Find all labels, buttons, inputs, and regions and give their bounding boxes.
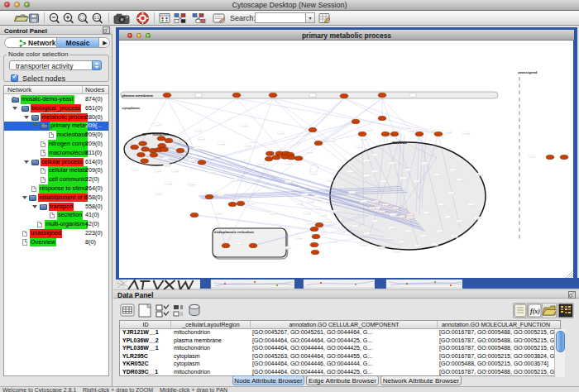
svg-text:(1 of 1): (1 of 1) <box>189 160 196 162</box>
svg-text:(1 of 1): (1 of 1) <box>132 169 139 171</box>
svg-text:endoplasmic reticulum: endoplasmic reticulum <box>214 230 254 234</box>
svg-text:(1 of 1): (1 of 1) <box>251 141 258 143</box>
svg-text:(1 of 1): (1 of 1) <box>353 226 360 228</box>
svg-text:(1 of 1): (1 of 1) <box>451 170 457 172</box>
svg-text:(1 of 1): (1 of 1) <box>380 247 386 250</box>
svg-text:plasma membrane: plasma membrane <box>122 93 154 98</box>
svg-text:(1 of 1): (1 of 1) <box>401 178 408 180</box>
svg-text:(1 of 1): (1 of 1) <box>452 236 459 238</box>
svg-text:(1 of 1): (1 of 1) <box>416 246 423 248</box>
svg-text:(1 of 1): (1 of 1) <box>356 146 363 149</box>
svg-text:(1 of 1): (1 of 1) <box>469 204 476 207</box>
svg-text:(1 of 1): (1 of 1) <box>315 196 322 198</box>
svg-text:(1 of 1): (1 of 1) <box>165 165 171 167</box>
svg-text:(1 of 1): (1 of 1) <box>216 213 223 215</box>
svg-text:(1 of 1): (1 of 1) <box>285 247 292 250</box>
svg-text:(1 of 1): (1 of 1) <box>361 138 368 141</box>
svg-text:(1 of 1): (1 of 1) <box>365 160 371 163</box>
svg-text:(1 of 1): (1 of 1) <box>259 163 266 165</box>
svg-text:(1 of 1): (1 of 1) <box>433 244 439 246</box>
svg-text:(1 of 1): (1 of 1) <box>406 231 413 233</box>
svg-text:(1 of 1): (1 of 1) <box>373 171 380 174</box>
svg-text:(1 of 1): (1 of 1) <box>361 201 368 203</box>
svg-text:(1 of 1): (1 of 1) <box>390 163 396 165</box>
svg-text:(1 of 1): (1 of 1) <box>286 163 293 165</box>
svg-text:(1 of 1): (1 of 1) <box>350 192 356 194</box>
svg-text:(1 of 1): (1 of 1) <box>438 231 444 233</box>
svg-text:(1 of 1): (1 of 1) <box>303 194 309 197</box>
svg-text:(1 of 1): (1 of 1) <box>446 131 452 134</box>
svg-text:(2 of 2): (2 of 2) <box>370 208 376 210</box>
svg-text:(1 of 1): (1 of 1) <box>476 218 482 220</box>
svg-text:(1 of 1): (1 of 1) <box>326 221 333 223</box>
svg-text:(1 of 1): (1 of 1) <box>414 181 421 184</box>
svg-text:(1 of 1): (1 of 1) <box>408 217 414 219</box>
svg-text:(1 of 1): (1 of 1) <box>320 231 327 233</box>
svg-text:(1 of 1): (1 of 1) <box>199 138 206 141</box>
svg-text:(1 of 1): (1 of 1) <box>365 233 371 236</box>
svg-text:(1 of 1): (1 of 1) <box>305 213 312 215</box>
svg-text:(1 of 1): (1 of 1) <box>209 171 216 174</box>
svg-text:(1 of 1): (1 of 1) <box>279 132 285 135</box>
svg-text:(1 of 1): (1 of 1) <box>195 148 202 151</box>
svg-text:(1 of 1): (1 of 1) <box>435 174 442 177</box>
svg-text:(1 of 1): (1 of 1) <box>408 130 414 132</box>
svg-text:(1 of 1): (1 of 1) <box>189 184 196 186</box>
svg-text:1:1: 1:1 <box>94 16 100 20</box>
svg-text:(1 of 1): (1 of 1) <box>332 241 338 243</box>
svg-text:(1 of 1): (1 of 1) <box>156 193 163 195</box>
svg-text:(1 of 1): (1 of 1) <box>246 145 252 147</box>
svg-text:(1 of 1): (1 of 1) <box>423 163 429 165</box>
svg-text:(1 of 1): (1 of 1) <box>391 214 398 217</box>
svg-text:(1 of 1): (1 of 1) <box>373 221 380 223</box>
svg-text:(1 of 1): (1 of 1) <box>464 132 471 135</box>
svg-text:(1 of 1): (1 of 1) <box>421 236 428 238</box>
svg-text:(1 of 1): (1 of 1) <box>196 130 203 132</box>
svg-text:(1 of 1): (1 of 1) <box>323 201 330 203</box>
svg-text:(1 of 1): (1 of 1) <box>249 203 256 205</box>
svg-text:(2 of 2): (2 of 2) <box>373 201 380 203</box>
svg-text:(1 of 1): (1 of 1) <box>232 179 239 182</box>
svg-text:(1 of 1): (1 of 1) <box>307 151 313 154</box>
svg-text:(2 of 2): (2 of 2) <box>383 204 390 207</box>
svg-text:(1 of 1): (1 of 1) <box>237 243 243 246</box>
svg-text:(1 of 1): (1 of 1) <box>390 227 396 230</box>
svg-text:(2 of 2): (2 of 2) <box>408 214 414 217</box>
svg-text:(1 of 1): (1 of 1) <box>219 143 226 146</box>
svg-text:(1 of 1): (1 of 1) <box>457 179 464 182</box>
svg-text:(1 of 1): (1 of 1) <box>381 181 388 184</box>
svg-text:(1 of 1): (1 of 1) <box>311 173 318 175</box>
svg-text:(1 of 1): (1 of 1) <box>321 214 328 217</box>
svg-text:(2 of 2): (2 of 2) <box>393 208 400 210</box>
svg-text:(1 of 1): (1 of 1) <box>365 175 371 178</box>
svg-text:(1 of 1): (1 of 1) <box>373 155 380 157</box>
svg-text:(1 of 1): (1 of 1) <box>166 183 173 185</box>
svg-text:(1 of 1): (1 of 1) <box>270 213 277 215</box>
svg-text:(2 of 2): (2 of 2) <box>400 216 406 218</box>
svg-text:(1 of 1): (1 of 1) <box>449 193 456 195</box>
svg-text:nucleus: nucleus <box>392 141 407 145</box>
svg-text:(1 of 1): (1 of 1) <box>348 171 355 174</box>
svg-text:(1 of 1): (1 of 1) <box>297 237 304 240</box>
svg-text:(1 of 1): (1 of 1) <box>332 211 338 213</box>
svg-text:(1 of 1): (1 of 1) <box>361 244 368 246</box>
svg-text:(1 of 1): (1 of 1) <box>315 208 322 210</box>
svg-text:(1 of 1): (1 of 1) <box>164 158 170 160</box>
svg-text:(1 of 1): (1 of 1) <box>457 221 464 223</box>
svg-text:(1 of 1): (1 of 1) <box>477 174 484 176</box>
svg-text:(1 of 1): (1 of 1) <box>156 124 162 127</box>
svg-text:(1 of 1): (1 of 1) <box>173 170 179 173</box>
svg-text:cytoplasm: cytoplasm <box>122 106 140 110</box>
svg-text:(2 of 2): (2 of 2) <box>380 211 386 213</box>
svg-text:(1 of 1): (1 of 1) <box>446 217 452 219</box>
svg-text:(1 of 1): (1 of 1) <box>395 251 401 253</box>
svg-text:(1 of 1): (1 of 1) <box>147 136 154 138</box>
svg-text:(1 of 1): (1 of 1) <box>294 188 301 190</box>
svg-text:f(x): f(x) <box>530 308 540 315</box>
svg-text:(1 of 1): (1 of 1) <box>219 194 226 197</box>
svg-text:unassigned: unassigned <box>518 70 538 74</box>
svg-text:(1 of 1): (1 of 1) <box>329 140 336 142</box>
svg-text:(1 of 1): (1 of 1) <box>328 179 334 182</box>
svg-text:(1 of 1): (1 of 1) <box>424 213 431 215</box>
svg-text:(1 of 1): (1 of 1) <box>309 201 315 203</box>
